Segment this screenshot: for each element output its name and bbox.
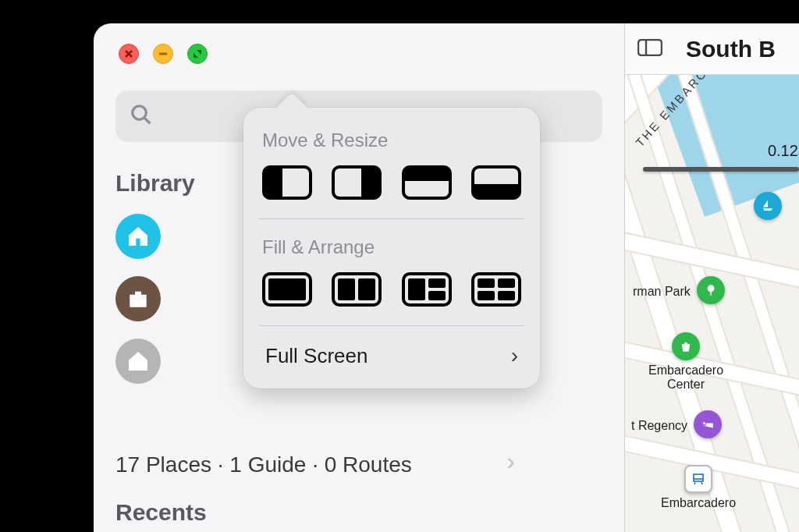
sidebar-toggle-icon[interactable] xyxy=(637,39,662,59)
full-screen-label: Full Screen xyxy=(265,344,368,368)
tile-left-button[interactable] xyxy=(262,165,312,200)
fill-arrange-label: Fill & Arrange xyxy=(262,236,521,258)
arrange-three-panes-button[interactable] xyxy=(402,272,452,307)
tile-right-button[interactable] xyxy=(332,165,382,200)
fill-arrange-row xyxy=(262,272,521,307)
arrange-four-panes-button[interactable] xyxy=(471,272,521,307)
map-canvas[interactable]: THE EMBARCADERO 0.125 rman Park xyxy=(625,75,799,532)
window-layout-popover: Move & Resize Fill & Arrange Full Screen… xyxy=(243,108,540,388)
poi-label: Embarcadero Center xyxy=(648,364,723,392)
poi-hotel[interactable]: t Regency xyxy=(631,410,722,442)
chevron-right-icon: › xyxy=(511,343,518,368)
tree-icon xyxy=(697,276,725,304)
move-resize-row xyxy=(262,165,521,200)
home-icon xyxy=(115,214,161,259)
close-window-button[interactable] xyxy=(119,44,139,64)
map-scale-label: 0.125 xyxy=(768,142,799,160)
minimize-window-button[interactable] xyxy=(153,44,173,64)
map-title: South B xyxy=(686,36,776,62)
home-alt-icon xyxy=(115,339,161,384)
poi-park[interactable]: rman Park xyxy=(633,276,725,307)
poi-mall[interactable]: Embarcadero Center xyxy=(648,332,723,392)
svg-point-3 xyxy=(707,285,714,292)
sailboat-icon xyxy=(754,192,782,220)
sidebar-section-recents: Recents xyxy=(115,499,207,526)
bed-icon xyxy=(694,410,722,438)
divider xyxy=(259,218,524,219)
tile-bottom-button[interactable] xyxy=(471,165,521,200)
svg-rect-1 xyxy=(638,40,662,55)
poi-label: rman Park xyxy=(633,285,691,299)
maximize-window-button[interactable] xyxy=(187,44,208,64)
library-summary: 17 Places · 1 Guide · 0 Routes xyxy=(115,452,562,477)
map-scale-bar xyxy=(643,167,799,172)
move-resize-label: Move & Resize xyxy=(262,129,521,151)
sidebar: Library 17 Places · 1 Guide · 0 Routes ›… xyxy=(94,23,624,532)
poi-marina[interactable] xyxy=(754,192,782,223)
svg-rect-4 xyxy=(710,292,712,296)
svg-point-0 xyxy=(133,106,147,120)
fill-screen-button[interactable] xyxy=(262,272,312,307)
briefcase-icon xyxy=(115,276,161,321)
map-panel: South B THE EMBARCADERO 0.125 rman Park xyxy=(624,23,799,532)
divider xyxy=(259,325,524,326)
poi-label: t Regency xyxy=(631,419,687,433)
map-toolbar: South B xyxy=(625,23,799,75)
full-screen-menu-item[interactable]: Full Screen › xyxy=(262,343,521,388)
transit-icon xyxy=(684,465,712,493)
window-controls xyxy=(94,23,624,64)
arrange-two-columns-button[interactable] xyxy=(332,272,382,307)
tile-top-button[interactable] xyxy=(402,165,452,200)
shopping-bag-icon xyxy=(672,332,700,360)
poi-label: Embarcadero xyxy=(661,496,736,510)
chevron-right-icon[interactable]: › xyxy=(506,447,515,476)
poi-transit[interactable]: Embarcadero xyxy=(661,465,736,510)
search-icon xyxy=(130,103,153,129)
app-window: Library 17 Places · 1 Guide · 0 Routes ›… xyxy=(94,23,799,532)
